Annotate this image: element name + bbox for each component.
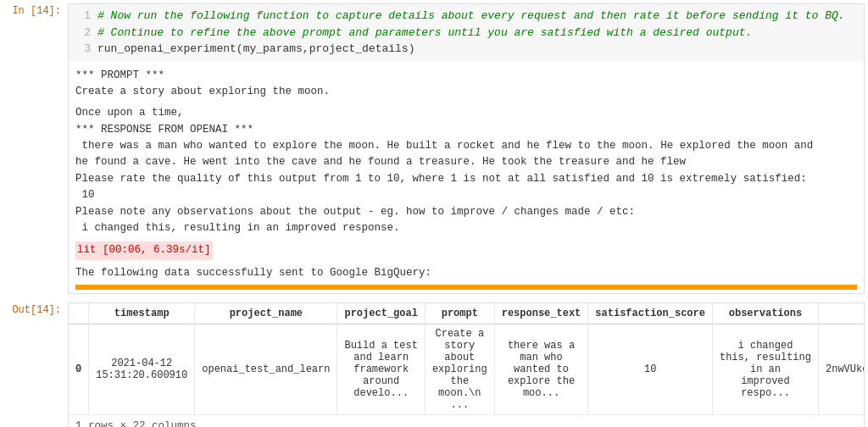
- cell-project-goal: Build a test and learn framework around …: [337, 324, 425, 415]
- cell-observations: i changed this, resulting in an improved…: [712, 324, 818, 415]
- cell-project-name: openai_test_and_learn: [195, 324, 337, 415]
- lit-line: lit [00:06, 6.39s/it]: [75, 241, 213, 259]
- output-area: *** PROMPT *** Create a story about expl…: [69, 61, 864, 294]
- col-header-response-id: response_id: [818, 303, 865, 324]
- cell-timestamp: 2021-04-12 15:31:20.600910: [89, 324, 195, 415]
- col-header-satisfaction-score: satisfaction_score: [588, 303, 713, 324]
- success-line: The following data successfully sent to …: [75, 265, 857, 281]
- comment-1: # Now run the following function to capt…: [97, 8, 845, 25]
- rate-line: Please rate the quality of this output f…: [75, 171, 857, 187]
- code-func-call: run_openai_experiment(my_params,project_…: [97, 41, 415, 58]
- out-label: Out[14]:: [0, 299, 68, 427]
- col-header-observations: observations: [712, 303, 818, 324]
- col-header-prompt: prompt: [425, 303, 494, 324]
- out-cell: Out[14]: timestamp project_name project_…: [0, 299, 868, 427]
- rows-info: 1 rows × 22 columns: [69, 415, 864, 427]
- observe-value: i changed this, resulting in an improved…: [75, 220, 857, 236]
- line-num-1: 1: [75, 8, 91, 25]
- code-area: 1 # Now run the following function to ca…: [69, 4, 864, 61]
- table-row: 0 2021-04-12 15:31:20.600910 openai_test…: [69, 324, 865, 415]
- cell-response-id: 2nwVUkoADcMZoalEbLkvShlj8EwIG: [818, 324, 865, 415]
- table-header-row: timestamp project_name project_goal prom…: [69, 303, 865, 324]
- code-line-2: 2 # Continue to refine the above prompt …: [75, 25, 857, 42]
- input-content: 1 # Now run the following function to ca…: [68, 3, 865, 294]
- cell-response-text: there was a man who wanted to explore th…: [494, 324, 588, 415]
- cell-index: 0: [69, 324, 89, 415]
- input-cell: In [14]: 1 # Now run the following funct…: [0, 0, 868, 297]
- line-num-2: 2: [75, 25, 91, 42]
- once-upon: Once upon a time,: [75, 105, 857, 121]
- observe-line: Please note any observations about the o…: [75, 204, 857, 220]
- col-header-project-goal: project_goal: [337, 303, 425, 324]
- col-header-index: [69, 303, 89, 324]
- col-header-response-text: response_text: [494, 303, 588, 324]
- line-num-3: 3: [75, 41, 91, 58]
- col-header-project-name: project_name: [195, 303, 337, 324]
- cell-prompt: Create a story about exploring the moon.…: [425, 324, 494, 415]
- response-label: *** RESPONSE FROM OPENAI ***: [75, 122, 857, 138]
- rate-value: 10: [75, 187, 857, 203]
- table-wrapper: timestamp project_name project_goal prom…: [68, 302, 865, 427]
- cell-satisfaction-score: 10: [588, 324, 713, 415]
- input-label: In [14]:: [0, 0, 68, 297]
- comment-2: # Continue to refine the above prompt an…: [97, 25, 752, 42]
- code-line-3: 3 run_openai_experiment(my_params,projec…: [75, 41, 857, 58]
- code-line-1: 1 # Now run the following function to ca…: [75, 8, 857, 25]
- response-text: there was a man who wanted to explore th…: [75, 138, 857, 171]
- orange-bar: [75, 285, 857, 290]
- prompt-text: Create a story about exploring the moon.: [75, 84, 857, 100]
- col-header-timestamp: timestamp: [89, 303, 195, 324]
- data-table: timestamp project_name project_goal prom…: [69, 303, 865, 415]
- prompt-label: *** PROMPT ***: [75, 68, 857, 84]
